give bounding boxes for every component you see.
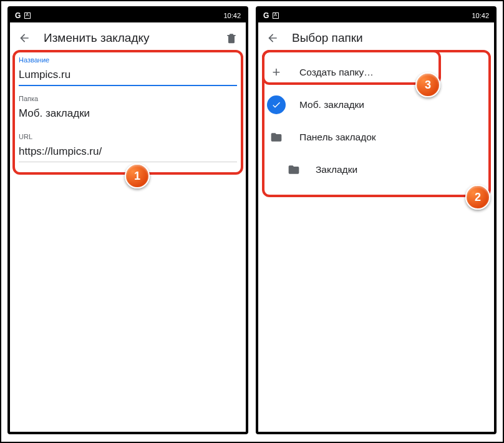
folder-value[interactable]: Моб. закладки [19,105,237,124]
folder-label-mobile: Моб. закладки [299,99,364,110]
phone-screen-edit-bookmark: G 10:42 Изменить закладку Название Папка… [7,6,248,434]
notification-icon [273,12,279,19]
folder-icon [267,128,286,147]
page-title: Выбор папки [292,31,487,45]
google-icon: G [263,11,269,20]
folder-icon [284,160,303,179]
folder-list: + Создать папку… Моб. закладки Панель за… [258,54,494,186]
delete-icon[interactable] [225,31,238,45]
status-bar: G 10:42 [10,9,246,22]
url-input[interactable] [19,143,237,162]
url-label: URL [19,133,237,140]
check-icon [267,95,286,114]
folder-row-bookmarks[interactable]: Закладки [258,153,494,186]
folder-label-bar: Панель закладок [299,132,376,143]
folder-row-mobile[interactable]: Моб. закладки [258,89,494,121]
app-bar: Выбор папки [258,22,494,54]
name-label: Название [19,56,237,64]
url-field-group: URL [19,133,237,162]
notification-icon [24,12,31,19]
status-time: 10:42 [472,12,489,19]
create-folder-label: Создать папку… [299,67,374,78]
plus-icon: + [267,63,286,82]
app-bar: Изменить закладку [10,22,246,54]
phone-screen-choose-folder: G 10:42 Выбор папки + Создать папку… Моб… [256,6,497,434]
status-bar: G 10:42 [258,9,494,22]
back-icon[interactable] [17,31,31,45]
create-folder-row[interactable]: + Создать папку… [258,56,494,89]
folder-label-bookmarks: Закладки [316,164,357,175]
callout-3: 3 [415,72,440,97]
name-input[interactable] [19,66,237,86]
page-title: Изменить закладку [44,31,212,45]
folder-label: Папка [19,95,237,102]
google-icon: G [15,11,21,20]
callout-1: 1 [125,163,150,188]
bookmark-form: Название Папка Моб. закладки URL [10,54,246,162]
callout-2: 2 [465,185,490,210]
name-field-group: Название [19,56,237,86]
back-icon[interactable] [266,31,279,45]
folder-row-bar[interactable]: Панель закладок [258,121,494,153]
status-time: 10:42 [223,12,241,19]
folder-field-group: Папка Моб. закладки [19,95,237,124]
